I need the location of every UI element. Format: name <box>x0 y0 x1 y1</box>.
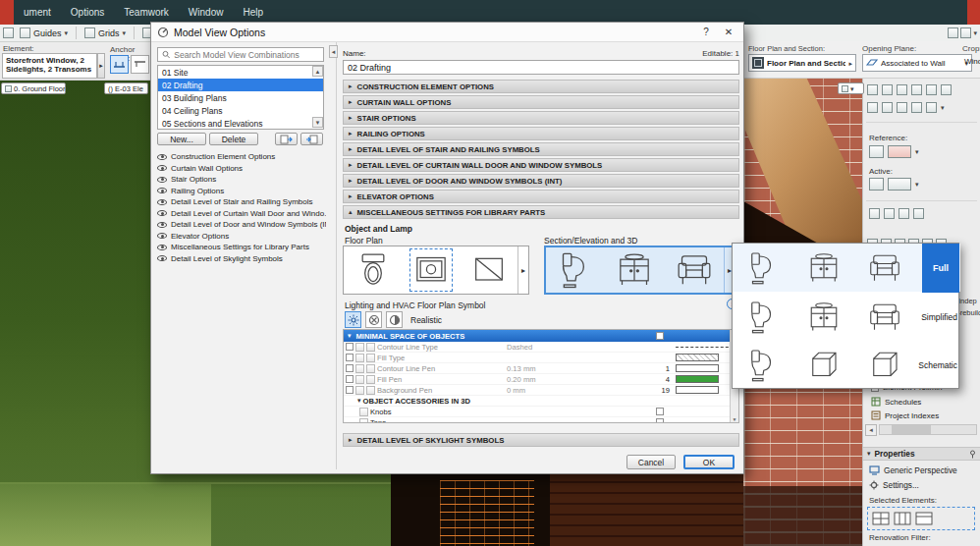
row-checkbox[interactable] <box>346 354 354 361</box>
horizontal-scrollbar[interactable] <box>879 424 977 435</box>
table-header[interactable]: ▾ MINIMAL SPACE OF OBJECTS <box>344 330 738 342</box>
menu-window[interactable]: Window <box>179 7 234 18</box>
lighting-symbol-off-button[interactable] <box>365 311 382 328</box>
close-button[interactable]: ✕ <box>720 26 737 39</box>
tool-icon[interactable] <box>882 102 893 113</box>
section-3d-preview-selected[interactable]: ▸ <box>544 246 736 295</box>
tool-icon[interactable] <box>882 84 893 95</box>
reference-color-swatch[interactable] <box>888 145 911 158</box>
anchor-point-option-selected[interactable] <box>110 55 129 74</box>
list-item[interactable]: 05 Sections and Elevations <box>158 117 323 130</box>
tool-icon[interactable] <box>960 27 971 38</box>
section-toilet[interactable] <box>546 247 605 293</box>
settings-row[interactable]: Settings... <box>869 480 919 490</box>
app-icon[interactable] <box>0 0 14 25</box>
tool-icon[interactable] <box>913 208 924 219</box>
checklist-item[interactable]: Detail Level of Skylight Symbols <box>157 253 326 265</box>
pin-icon[interactable] <box>968 450 977 459</box>
eye-icon[interactable] <box>157 154 167 160</box>
section-elevator-options[interactable]: ▸ELEVATOR OPTIONS <box>343 190 739 203</box>
section-construction-element-options[interactable]: ▸CONSTRUCTION ELEMENT OPTIONS <box>343 80 739 93</box>
chevron-down-icon[interactable]: ▾ <box>973 29 977 36</box>
floor-plan-section-combo[interactable]: Floor Plan and Section... ▸ <box>748 54 856 72</box>
tool-icon[interactable] <box>926 84 937 95</box>
row-checkbox[interactable] <box>346 343 354 351</box>
grids-button[interactable]: Grids ▾ <box>81 26 130 40</box>
table-row[interactable]: Contour Line Pen 0.13 mm 1 <box>344 363 738 374</box>
new-button[interactable]: New... <box>157 133 206 145</box>
export-button[interactable] <box>300 133 323 145</box>
table-row[interactable]: Fill Type <box>344 353 738 363</box>
section-railing-options[interactable]: ▸RAILING OPTIONS <box>343 127 739 140</box>
checklist-item[interactable]: Elevator Options <box>157 231 326 243</box>
tool-icon[interactable] <box>867 102 878 113</box>
delete-button[interactable]: Delete <box>209 133 258 145</box>
eye-icon[interactable] <box>157 199 167 205</box>
lighting-symbol-realistic-button[interactable] <box>386 311 403 328</box>
tool-icon[interactable] <box>897 84 907 95</box>
window-element-icon[interactable] <box>915 510 933 527</box>
tree-item-project-indexes[interactable]: Project Indexes <box>871 410 939 420</box>
taps-checkbox[interactable] <box>656 418 664 423</box>
active-color-swatch[interactable] <box>888 178 911 191</box>
list-item[interactable]: 04 Ceiling Plans <box>158 104 323 117</box>
window-element-icon[interactable] <box>894 510 911 527</box>
flyout-row-simplified[interactable]: Simplified <box>733 293 960 341</box>
menu-document[interactable]: ument <box>14 7 61 18</box>
tool-icon[interactable] <box>884 208 895 219</box>
floor-plan-preview[interactable]: ▸ <box>343 246 529 295</box>
section-cabinet[interactable] <box>605 247 664 293</box>
checklist-item[interactable]: Construction Element Options <box>157 151 326 163</box>
tool-icon[interactable] <box>911 84 922 95</box>
search-box[interactable] <box>157 47 324 62</box>
checklist-item[interactable]: Stair Options <box>157 174 326 186</box>
ok-button[interactable]: OK <box>683 455 735 469</box>
section-skylight-symbols[interactable]: ▸DETAIL LEVEL OF SKYLIGHT SYMBOLS <box>343 433 739 447</box>
expand-floor-plan-button[interactable]: ▸ <box>517 246 528 294</box>
name-input[interactable] <box>343 60 739 75</box>
checklist-item[interactable]: Curtain Wall Options <box>157 163 326 175</box>
opening-plane-select[interactable]: Associated to Wall ▾ <box>862 54 972 72</box>
tool-icon[interactable] <box>898 208 909 219</box>
table-row[interactable]: Fill Pen 0.20 mm 4 <box>344 374 738 385</box>
eye-icon[interactable] <box>157 222 167 228</box>
menu-teamwork[interactable]: Teamwork <box>114 7 179 18</box>
list-item[interactable]: 01 Site <box>158 66 323 79</box>
pet-palette[interactable]: ▾ <box>838 82 864 94</box>
tool-icon[interactable] <box>926 102 937 113</box>
element-expand-button[interactable]: ▸ <box>97 53 105 79</box>
eye-icon[interactable] <box>157 245 167 250</box>
eye-icon[interactable] <box>157 233 167 239</box>
eye-icon[interactable] <box>157 188 167 193</box>
generic-perspective-row[interactable]: Generic Perspective <box>869 465 957 475</box>
floor-plan-cabinet-selected[interactable] <box>402 246 460 294</box>
section-chair[interactable] <box>665 247 724 293</box>
flyout-option-full-selected[interactable]: Full <box>922 244 959 293</box>
row-checkbox[interactable] <box>346 386 354 394</box>
taps-row[interactable]: Taps <box>344 417 738 423</box>
knobs-row[interactable]: Knobs <box>344 407 738 417</box>
chevron-down-icon[interactable]: ▾ <box>915 181 919 188</box>
anchor-point-option[interactable] <box>131 55 149 74</box>
table-row[interactable]: Contour Line Type Dashed <box>344 342 738 353</box>
row-checkbox[interactable] <box>346 375 354 383</box>
import-button[interactable] <box>275 133 298 145</box>
checklist-item[interactable]: Detail Level of Curtain Wall Door and Wi… <box>157 208 326 220</box>
tool-icon[interactable] <box>869 208 880 219</box>
search-input[interactable] <box>174 50 319 60</box>
row-checkbox[interactable] <box>346 364 354 372</box>
chevron-down-icon[interactable]: ▾ <box>915 148 919 155</box>
cancel-button[interactable]: Cancel <box>626 455 676 469</box>
tool-icon[interactable] <box>897 102 907 113</box>
section-stair-railing-symbols[interactable]: ▸DETAIL LEVEL OF STAIR AND RAILING SYMBO… <box>343 142 739 156</box>
eye-icon[interactable] <box>157 177 167 183</box>
table-row[interactable]: Background Pen 0 mm 19 <box>344 385 738 396</box>
list-item[interactable]: 03 Building Plans <box>158 91 323 104</box>
collapse-pane-button[interactable]: ◂ <box>329 45 338 58</box>
section-misc-library-parts-expanded[interactable]: ▴MISCELLANEOUS SETTINGS FOR LIBRARY PART… <box>343 205 739 219</box>
tool-icon[interactable] <box>941 84 952 95</box>
arrow-tool-icon[interactable] <box>3 27 14 38</box>
eye-icon[interactable] <box>157 165 167 171</box>
scroll-thumb[interactable] <box>892 425 931 434</box>
menu-help[interactable]: Help <box>233 7 273 18</box>
